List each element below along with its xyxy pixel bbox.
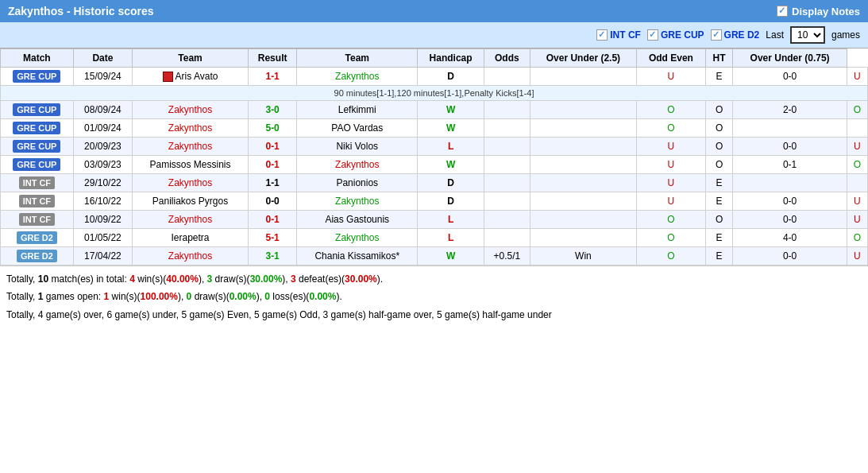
summary-defeats: 3 [291,273,296,285]
row-odd-even: O [705,119,733,138]
row-ht: 4-0 [733,229,847,247]
row-odds [530,211,637,229]
badge-label: GRE CUP [13,140,60,153]
outcome-value: L [448,232,453,243]
row-odd-even: O [705,138,733,156]
table-row: GRE D2 01/05/22 Ierapetra 5-1 Zakynthos … [1,229,868,247]
col-team1: Team [133,49,249,68]
summary-wins: 4 [129,273,135,285]
row-team2: PAO Vardas [297,119,418,138]
result-value: 3-1 [265,250,279,262]
row-odds [530,101,637,119]
team2-name: Zakynthos [335,196,379,207]
col-odds: Odds [484,49,530,68]
row-outcome: W [418,119,484,138]
summary-area: Totally, 10 match(es) in total: 4 win(s)… [0,266,868,329]
row-badge: GRE CUP [1,119,74,138]
row-team2: Aias Gastounis [297,211,418,229]
row-date: 08/09/24 [73,101,132,119]
result-value: 1-1 [265,177,279,188]
gre-d2-checkbox[interactable] [711,29,722,41]
team2-name: PAO Vardas [331,122,383,134]
outcome-value: D [447,177,454,188]
over-under-value: U [668,71,675,82]
row-result: 5-1 [248,229,296,247]
team1-name: Zakynthos [168,122,212,134]
row-team1: Paniliakos Pyrgos [133,192,249,211]
row-team1: Zakynthos [133,211,249,229]
row-ht [733,119,847,138]
row-date: 01/05/22 [73,229,132,247]
summary-open-wins-pct: 100.00% [141,291,178,302]
row-outcome: L [418,229,484,247]
row-over-under2: U [847,192,867,211]
display-notes-area: Display Notes [777,6,860,17]
row-ht: 0-0 [733,211,847,229]
row-odds [530,119,637,138]
gre-cup-label: GRE CUP [661,29,704,41]
row-team1: Zakynthos [133,101,249,119]
row-odds [530,229,637,247]
row-team2: Chania Kissamikos* [297,247,418,266]
over-under-value: U [668,159,675,170]
table-row: GRE CUP 08/09/24 Zakynthos 3-0 Lefkimmi … [1,101,868,119]
team2-name: Niki Volos [336,141,378,152]
row-ht: 0-0 [733,247,847,266]
row-outcome: D [418,174,484,192]
row-badge: GRE D2 [1,247,74,266]
row-over-under: U [637,174,705,192]
display-notes-checkbox[interactable] [777,6,788,17]
over-under-value: U [668,141,675,152]
row-team1: Aris Avato [133,68,249,86]
outcome-value: W [446,250,455,262]
row-over-under: U [637,156,705,174]
over-under2-value: O [854,232,861,243]
col-over-under-25: Over Under (2.5) [530,49,637,68]
row-result: 3-0 [248,101,296,119]
row-over-under: U [637,192,705,211]
gre-cup-checkbox[interactable] [647,29,658,41]
row-outcome: L [418,211,484,229]
main-table: Match Date Team Result Team Handicap Odd… [0,48,868,266]
row-over-under2: O [847,156,867,174]
row-ht: 0-0 [733,192,847,211]
row-result: 0-1 [248,156,296,174]
col-match: Match [1,49,74,68]
row-outcome: L [418,138,484,156]
over-under-value: U [668,196,675,207]
row-odd-even: E [705,68,733,86]
outcome-value: L [448,141,453,152]
summary-draws-pct: 30.00% [250,273,283,285]
over-under2-value: O [854,104,861,115]
result-value: 0-1 [265,159,279,170]
result-value: 0-1 [265,214,279,225]
summary-open-draws-pct: 0.00% [230,291,257,302]
team2-name: Zakynthos [335,159,379,170]
badge-label: INT CF [19,213,55,226]
row-odds [530,174,637,192]
over-under2-value: O [854,159,861,170]
over-under2-value: U [854,71,861,82]
title-bar: Zakynthos - Historic scores Display Note… [0,0,868,22]
badge-label: GRE D2 [17,250,57,262]
row-date: 29/10/22 [73,174,132,192]
row-handicap [484,174,530,192]
over-under2-value: U [854,141,861,152]
row-result: 3-1 [248,247,296,266]
int-cf-label: INT CF [610,29,641,41]
row-ht [733,174,847,192]
row-odd-even: O [705,156,733,174]
row-outcome: D [418,192,484,211]
col-team2: Team [297,49,418,68]
summary-line3: Totally, 4 game(s) over, 6 game(s) under… [6,307,862,323]
row-outcome: D [418,68,484,86]
row-team1: Zakynthos [133,119,249,138]
games-select[interactable]: 5 10 15 20 All [790,26,825,44]
row-over-under: O [637,119,705,138]
team1-name: Aris Avato [176,71,218,82]
row-odd-even: E [705,229,733,247]
badge-label: GRE CUP [13,158,60,171]
int-cf-checkbox[interactable] [596,29,608,41]
row-team1: Zakynthos [133,138,249,156]
row-over-under2: U [847,68,867,86]
